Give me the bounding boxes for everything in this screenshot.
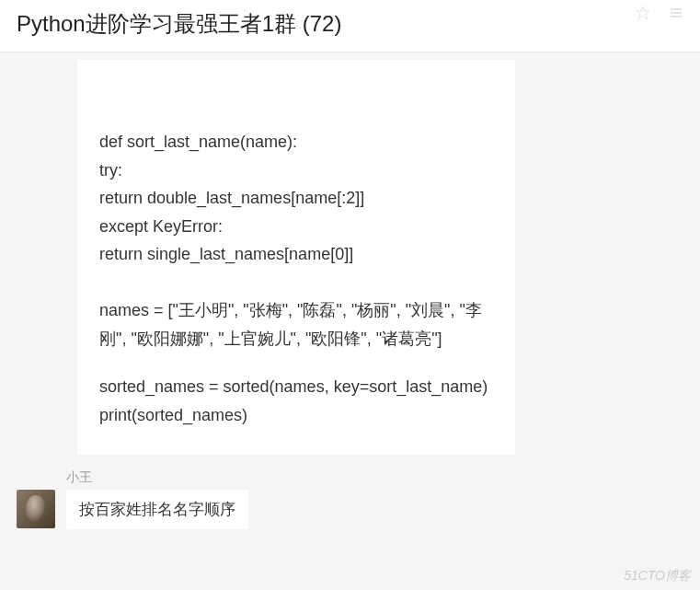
message-item: 小王 按百家姓排名名字顺序: [0, 469, 700, 529]
svg-rect-2: [671, 16, 682, 17]
code-line: return single_last_names[name[0]]: [99, 240, 493, 269]
truncated-indicator: ————: [99, 80, 493, 87]
watermark: 51CTO博客: [624, 568, 691, 584]
header-actions: [636, 6, 683, 24]
code-line: except KeyError:: [99, 213, 493, 241]
pin-icon[interactable]: [636, 6, 650, 24]
code-line: names = ["王小明", "张梅", "陈磊", "杨丽", "刘晨", …: [99, 296, 493, 353]
avatar[interactable]: [17, 490, 55, 528]
code-line: try:: [99, 156, 493, 185]
chat-title: Python进阶学习最强王者1群 (72): [17, 9, 341, 39]
svg-rect-1: [671, 12, 682, 14]
code-line: def sort_last_name(name):: [99, 128, 493, 156]
chat-header: Python进阶学习最强王者1群 (72): [0, 0, 700, 52]
message-row: 按百家姓排名名字顺序: [17, 490, 683, 529]
message-bubble-code[interactable]: ———— def sort_last_name(name): try: retu…: [77, 60, 515, 455]
code-line: sorted_names = sorted(names, key=sort_la…: [99, 373, 493, 401]
code-line: print(sorted_names): [99, 401, 493, 430]
sender-name: 小王: [66, 469, 683, 486]
svg-rect-0: [671, 8, 682, 10]
more-icon[interactable]: [669, 6, 683, 24]
code-line: return double_last_names[name[:2]]: [99, 184, 493, 213]
chat-area: ———— def sort_last_name(name): try: retu…: [0, 60, 700, 529]
message-bubble-text[interactable]: 按百家姓排名名字顺序: [66, 490, 248, 529]
